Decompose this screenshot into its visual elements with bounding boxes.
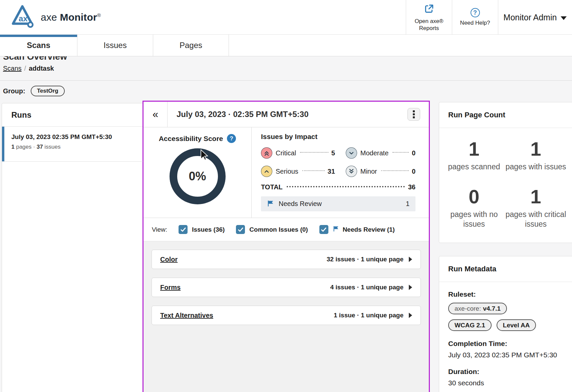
- runs-panel: Runs July 03, 2023 02:35 PM GMT+5:30 1 p…: [2, 103, 143, 392]
- view-filters-row: View: Issues (36) Common Issues (0): [144, 218, 429, 241]
- accessibility-score-donut: 0%: [170, 148, 226, 204]
- chevron-down-icon: [561, 16, 567, 20]
- axe-logo-icon: ax: [9, 4, 35, 31]
- expand-arrow-icon: [409, 285, 412, 290]
- tab-scans[interactable]: Scans: [0, 35, 77, 56]
- breadcrumb-current: addtask: [29, 65, 54, 72]
- app-title: axe Monitor®: [41, 12, 101, 23]
- breadcrumb-scans-link[interactable]: Scans: [3, 65, 22, 72]
- completion-time-label: Completion Time:: [448, 340, 572, 348]
- top-bar: ax axe Monitor® Open axe® Reports ? Need…: [0, 0, 572, 35]
- ruleset-pill-axe-core: axe-core:v4.7.1: [448, 303, 507, 314]
- checkbox-checked-icon[interactable]: [179, 225, 188, 234]
- duration-label: Duration:: [448, 368, 572, 376]
- axe-monitor-app: ax axe Monitor® Open axe® Reports ? Need…: [0, 0, 572, 392]
- group-label: Group:: [3, 87, 25, 95]
- run-metadata-panel: Run Metadata Ruleset: axe-core:v4.7.1 WC…: [439, 256, 572, 392]
- run-detail-panel: « July 03, 2023 · 02:35 PM GMT+5:30 Acce…: [142, 101, 430, 392]
- tab-issues[interactable]: Issues: [77, 35, 153, 56]
- clipped-page-heading: Scan Overview: [0, 56, 572, 63]
- view-label: View:: [152, 226, 167, 233]
- group-row: Group: TestOrg: [0, 81, 572, 101]
- completion-time-value: July 03, 2023 02:35 PM GMT+5:30: [448, 351, 572, 359]
- checkbox-checked-icon[interactable]: [319, 225, 328, 234]
- run-list-item-selected[interactable]: July 03, 2023 02:35 PM GMT+5:30 1 pages …: [2, 127, 143, 162]
- impact-row-serious: Serious 31: [261, 166, 335, 177]
- checkbox-checked-icon[interactable]: [236, 225, 245, 234]
- stat-pages-with-issues: 1 pages with issues: [505, 139, 567, 172]
- run-detail-title: July 03, 2023 · 02:35 PM GMT+5:30: [168, 110, 407, 119]
- moderate-impact-icon: [346, 147, 357, 159]
- content-columns: Runs July 03, 2023 02:35 PM GMT+5:30 1 p…: [0, 101, 572, 392]
- critical-impact-icon: [261, 147, 272, 159]
- flag-icon: [333, 225, 339, 234]
- need-help-button[interactable]: ? Need Help?: [452, 0, 498, 35]
- user-menu-label: Monitor Admin: [504, 13, 557, 22]
- run-detail-body: Accessibility Score ? 0% Issues by Impac…: [144, 127, 429, 218]
- dotted-leader: [392, 152, 409, 153]
- ruleset-pills: axe-core:v4.7.1 WCAG 2.1 Level AA: [448, 303, 555, 331]
- user-menu-button[interactable]: Monitor Admin: [498, 0, 572, 35]
- filter-needs-review[interactable]: Needs Review (1): [319, 225, 395, 234]
- impact-row-moderate: Moderate 0: [346, 147, 415, 159]
- issue-categories-area: Color 32 issues · 1 unique page Forms 4 …: [144, 241, 429, 392]
- category-card-color[interactable]: Color 32 issues · 1 unique page: [152, 250, 421, 269]
- serious-impact-icon: [261, 166, 272, 177]
- run-item-date: July 03, 2023 02:35 PM GMT+5:30: [11, 133, 143, 141]
- needs-review-bar: Needs Review 1: [261, 196, 415, 211]
- impact-total-row: TOTAL 36: [261, 183, 415, 191]
- category-link[interactable]: Forms: [160, 284, 181, 291]
- main-tabs: Scans Issues Pages: [0, 35, 572, 56]
- run-metadata-title: Run Metadata: [439, 256, 572, 282]
- run-detail-header: « July 03, 2023 · 02:35 PM GMT+5:30: [144, 102, 429, 127]
- impact-row-minor: Minor 0: [346, 166, 415, 177]
- flag-icon: [267, 200, 274, 208]
- accessibility-score-section: Accessibility Score ? 0%: [144, 127, 252, 218]
- top-bar-actions: Open axe® Reports ? Need Help? Monitor A…: [406, 0, 572, 35]
- collapse-panel-button[interactable]: «: [144, 102, 168, 127]
- stat-pages-scanned: 1 pages scanned: [443, 139, 505, 172]
- filter-issues[interactable]: Issues (36): [179, 225, 225, 234]
- mouse-cursor: [200, 149, 210, 161]
- score-help-icon[interactable]: ?: [227, 134, 236, 143]
- category-link[interactable]: Text Alternatives: [160, 312, 213, 319]
- expand-arrow-icon: [409, 313, 412, 318]
- brand: ax axe Monitor®: [0, 0, 101, 34]
- run-item-summary: 1 pages · 37 issues: [11, 144, 143, 150]
- right-sidebar: Run Page Count 1 pages scanned 1 pages w…: [439, 101, 571, 392]
- breadcrumb: Scans/addtask: [0, 63, 572, 81]
- dotted-leader: [381, 170, 409, 171]
- run-page-count-panel: Run Page Count 1 pages scanned 1 pages w…: [439, 102, 572, 243]
- stat-pages-critical-issues: 1 pages with critical issues: [505, 187, 567, 229]
- tab-pages[interactable]: Pages: [153, 35, 229, 56]
- runs-panel-title: Runs: [2, 103, 143, 127]
- filter-common-issues[interactable]: Common Issues (0): [236, 225, 308, 234]
- category-link[interactable]: Color: [160, 256, 178, 263]
- help-icon: ?: [471, 8, 480, 17]
- group-chip[interactable]: TestOrg: [31, 86, 65, 96]
- minor-impact-icon: [346, 166, 357, 177]
- stat-pages-no-issues: 0 pages with no issues: [443, 187, 505, 229]
- accessibility-score-label: Accessibility Score: [159, 135, 223, 143]
- open-axe-reports-button[interactable]: Open axe® Reports: [406, 0, 452, 35]
- ruleset-pill-wcag: WCAG 2.1: [448, 319, 492, 331]
- svg-text:ax: ax: [19, 14, 28, 23]
- ruleset-label: Ruleset:: [448, 290, 572, 298]
- run-page-count-title: Run Page Count: [439, 102, 572, 128]
- need-help-label: Need Help?: [457, 19, 494, 26]
- selected-run-indicator: [2, 127, 4, 161]
- category-card-forms[interactable]: Forms 4 issues · 1 unique page: [152, 278, 421, 297]
- dotted-leader: [302, 170, 325, 171]
- ruleset-pill-level: Level AA: [497, 319, 536, 331]
- external-link-icon: [423, 3, 435, 16]
- impact-row-critical: Critical 5: [261, 147, 335, 159]
- category-card-text-alternatives[interactable]: Text Alternatives 1 issue · 1 unique pag…: [152, 306, 421, 325]
- active-tab-accent: [0, 35, 77, 37]
- run-options-menu-button[interactable]: [407, 108, 420, 121]
- dotted-leader: [300, 152, 328, 153]
- issues-by-impact-section: Issues by Impact Critical 5: [252, 127, 429, 218]
- accessibility-score-value: 0%: [189, 169, 206, 183]
- breadcrumb-separator: /: [24, 65, 26, 72]
- issues-by-impact-title: Issues by Impact: [261, 133, 415, 141]
- expand-arrow-icon: [409, 257, 412, 262]
